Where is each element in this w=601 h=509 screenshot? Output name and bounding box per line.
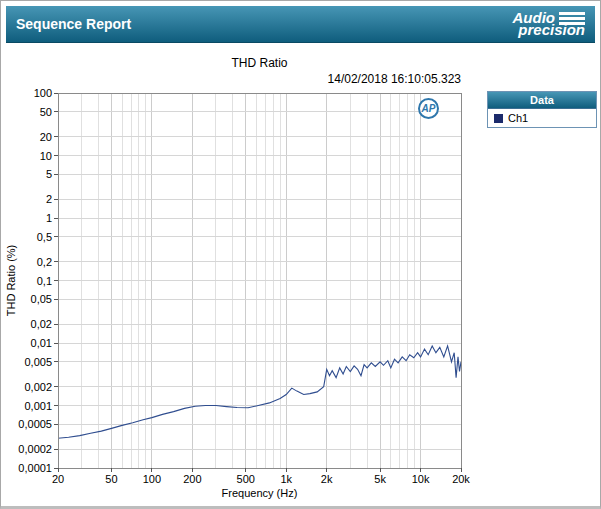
svg-text:100: 100 — [34, 87, 52, 99]
sequence-report-window: Sequence Report Audio precision THD Rati… — [0, 0, 601, 509]
svg-text:20: 20 — [52, 473, 64, 485]
legend-item-ch1: Ch1 — [488, 109, 596, 127]
svg-text:20k: 20k — [452, 473, 470, 485]
svg-text:0,001: 0,001 — [24, 400, 52, 412]
svg-text:0,05: 0,05 — [31, 293, 52, 305]
svg-text:1k: 1k — [280, 473, 292, 485]
svg-text:0,5: 0,5 — [37, 231, 52, 243]
svg-text:0,01: 0,01 — [31, 337, 52, 349]
svg-text:0,02: 0,02 — [31, 318, 52, 330]
svg-text:10: 10 — [40, 150, 52, 162]
svg-text:2k: 2k — [321, 473, 333, 485]
svg-text:1: 1 — [46, 212, 52, 224]
svg-text:100: 100 — [143, 473, 161, 485]
svg-text:50: 50 — [105, 473, 117, 485]
legend-header: Data — [488, 92, 596, 109]
ap-logo-badge: AP — [418, 98, 439, 119]
svg-text:2: 2 — [46, 193, 52, 205]
svg-text:500: 500 — [237, 473, 255, 485]
svg-text:0,005: 0,005 — [24, 356, 52, 368]
svg-text:200: 200 — [183, 473, 201, 485]
svg-text:0,0002: 0,0002 — [18, 443, 52, 455]
svg-text:10k: 10k — [412, 473, 430, 485]
svg-text:0,0001: 0,0001 — [18, 462, 52, 474]
svg-text:THD Ratio (%): THD Ratio (%) — [5, 245, 17, 317]
legend-panel: Data Ch1 — [487, 91, 597, 128]
svg-text:20: 20 — [40, 131, 52, 143]
svg-text:50: 50 — [40, 106, 52, 118]
legend-label: Ch1 — [508, 112, 528, 124]
svg-text:0,1: 0,1 — [37, 275, 52, 287]
svg-text:5: 5 — [46, 168, 52, 180]
svg-text:Frequency (Hz): Frequency (Hz) — [222, 487, 298, 499]
legend-swatch — [494, 114, 503, 123]
svg-text:0,002: 0,002 — [24, 381, 52, 393]
svg-text:0,2: 0,2 — [37, 256, 52, 268]
svg-text:5k: 5k — [374, 473, 386, 485]
svg-text:0,0005: 0,0005 — [18, 418, 52, 430]
thd-ratio-plot: 20501002005001k2k5k10k20k1005020105210,5… — [1, 1, 601, 509]
